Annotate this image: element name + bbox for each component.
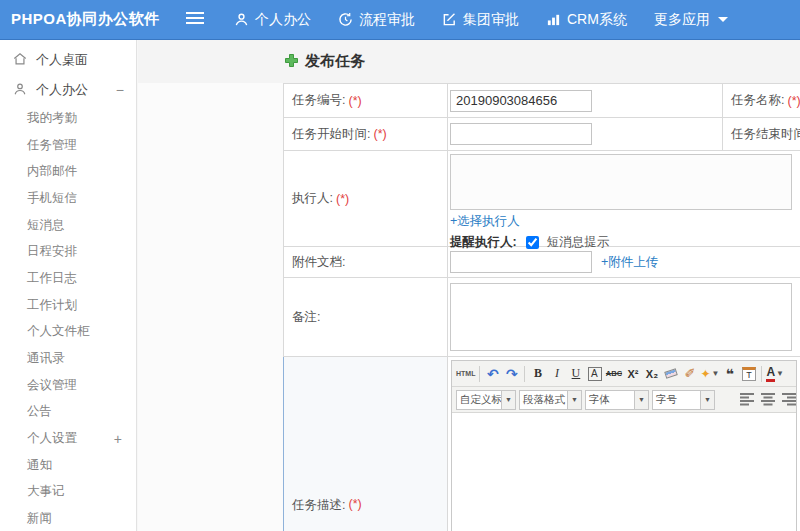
sidebar-item-label: 新闻 bbox=[27, 510, 52, 527]
page-title-band: 发布任务 bbox=[138, 40, 800, 83]
sidebar-item-label: 内部邮件 bbox=[27, 163, 77, 180]
paragraph-format-select[interactable]: 段落格式 ▼ bbox=[519, 390, 582, 410]
toolbar-separator bbox=[479, 366, 480, 382]
nav-more-apps[interactable]: 更多应用 bbox=[654, 11, 728, 29]
font-box-icon[interactable]: A bbox=[588, 367, 602, 381]
top-navigation: 个人办公 流程审批 集团审批 CRM系统 更多应用 bbox=[234, 11, 755, 29]
sidebar-item-label: 工作计划 bbox=[27, 297, 77, 314]
sidebar-item-short-message[interactable]: 短消息 bbox=[0, 212, 136, 239]
sidebar-item-personal-files[interactable]: 个人文件柜 bbox=[0, 319, 136, 346]
sidebar-item-work-log[interactable]: 工作日志 bbox=[0, 265, 136, 292]
start-time-cell bbox=[448, 118, 723, 150]
sidebar-item-news[interactable]: 新闻 bbox=[0, 505, 136, 531]
task-no-input[interactable] bbox=[450, 90, 592, 112]
sidebar-item-mobile-sms[interactable]: 手机短信 bbox=[0, 185, 136, 212]
attachment-input[interactable] bbox=[450, 251, 592, 273]
align-left-icon[interactable] bbox=[740, 393, 755, 406]
sidebar-group-personal-office[interactable]: 个人办公 − bbox=[0, 75, 136, 105]
paste-text-button[interactable]: T bbox=[739, 364, 758, 384]
sidebar-item-label: 通知 bbox=[27, 457, 52, 474]
undo-icon[interactable]: ↶ bbox=[483, 364, 502, 384]
sidebar-item-internal-mail[interactable]: 内部邮件 bbox=[0, 158, 136, 185]
home-icon bbox=[13, 52, 27, 69]
remark-textarea[interactable] bbox=[450, 283, 792, 351]
main-content: 发布任务 任务编号:(*) 任务名称:(*) 任务开始时间:(*) bbox=[138, 40, 800, 531]
task-no-label: 任务编号:(*) bbox=[284, 84, 448, 117]
hamburger-icon bbox=[186, 11, 204, 28]
redo-icon[interactable]: ↷ bbox=[502, 364, 521, 384]
sidebar-item-label: 个人桌面 bbox=[36, 51, 88, 69]
html-source-button[interactable]: HTML bbox=[455, 364, 476, 384]
sidebar-item-memorabilia[interactable]: 大事记 bbox=[0, 479, 136, 506]
sidebar-item-label: 工作日志 bbox=[27, 270, 77, 287]
start-time-input[interactable] bbox=[450, 123, 592, 145]
quick-format-button[interactable]: ✦▼ bbox=[699, 364, 720, 384]
required-mark: (*) bbox=[348, 497, 361, 511]
sidebar-item-my-attendance[interactable]: 我的考勤 bbox=[0, 105, 136, 132]
field-label: 任务描述: bbox=[292, 497, 345, 514]
font-family-select[interactable]: 字体 ▼ bbox=[585, 390, 649, 410]
sidebar-item-schedule[interactable]: 日程安排 bbox=[0, 238, 136, 265]
field-label: 任务结束时间: bbox=[731, 126, 800, 143]
app-logo: PHPOA协同办公软件 bbox=[0, 10, 172, 29]
collapse-minus-icon[interactable]: − bbox=[116, 82, 124, 98]
user-icon bbox=[234, 12, 249, 27]
description-cell: HTML ↶ ↷ B I U A ABC X² X₂ ✐ bbox=[448, 357, 800, 531]
chevron-down-icon: ▼ bbox=[634, 391, 648, 409]
sidebar-item-personal-desktop[interactable]: 个人桌面 bbox=[0, 45, 136, 75]
sidebar-group-label: 个人办公 bbox=[36, 81, 88, 99]
eraser-button[interactable] bbox=[661, 364, 680, 384]
executor-cell: +选择执行人 提醒执行人: 短消息提示 bbox=[448, 151, 800, 246]
format-brush-icon[interactable]: ✐ bbox=[680, 364, 699, 384]
bold-icon[interactable]: B bbox=[528, 364, 547, 384]
form-row-remark: 备注: bbox=[284, 278, 800, 357]
start-time-label: 任务开始时间:(*) bbox=[284, 118, 448, 150]
executor-label: 执行人:(*) bbox=[284, 151, 448, 246]
nav-crm-system[interactable]: CRM系统 bbox=[546, 11, 627, 29]
choose-executor-link[interactable]: +选择执行人 bbox=[450, 214, 520, 228]
alignment-buttons bbox=[740, 393, 796, 406]
font-color-button[interactable]: A▼ bbox=[765, 364, 785, 384]
align-center-icon[interactable] bbox=[761, 393, 776, 406]
sidebar-item-label: 个人设置 bbox=[27, 430, 77, 447]
sidebar-item-label: 手机短信 bbox=[27, 190, 77, 207]
sidebar-item-notification[interactable]: 通知 bbox=[0, 452, 136, 479]
font-size-select[interactable]: 字号 ▼ bbox=[652, 390, 715, 410]
editor-content-area[interactable] bbox=[452, 413, 796, 531]
sidebar-item-work-plan[interactable]: 工作计划 bbox=[0, 292, 136, 319]
chevron-down-icon: ▼ bbox=[700, 391, 714, 409]
form-row-description: 任务描述:(*) HTML ↶ ↷ B I U A ABC X² bbox=[283, 357, 800, 531]
page-title-text: 发布任务 bbox=[305, 52, 365, 71]
nav-group-approval[interactable]: 集团审批 bbox=[442, 11, 519, 29]
wand-icon: ✦ bbox=[700, 367, 710, 381]
description-label: 任务描述:(*) bbox=[284, 357, 448, 531]
executor-textarea[interactable] bbox=[450, 154, 792, 210]
attachment-upload-link[interactable]: +附件上传 bbox=[601, 254, 658, 271]
required-mark: (*) bbox=[373, 127, 386, 141]
menu-toggle-button[interactable] bbox=[186, 11, 204, 28]
sidebar-item-announcement[interactable]: 公告 bbox=[0, 399, 136, 426]
italic-icon[interactable]: I bbox=[547, 364, 566, 384]
font-color-icon: A bbox=[766, 366, 775, 382]
nav-process-approval[interactable]: 流程审批 bbox=[338, 11, 415, 29]
blockquote-icon[interactable]: ❝ bbox=[720, 364, 739, 384]
sidebar-item-meeting-management[interactable]: 会议管理 bbox=[0, 372, 136, 399]
nav-personal-office[interactable]: 个人办公 bbox=[234, 11, 311, 29]
form-row-task-no: 任务编号:(*) 任务名称:(*) bbox=[284, 84, 800, 118]
sidebar-item-personal-settings[interactable]: 个人设置+ bbox=[0, 425, 136, 452]
sidebar-item-label: 会议管理 bbox=[27, 377, 77, 394]
sidebar-item-contacts[interactable]: 通讯录 bbox=[0, 345, 136, 372]
sidebar-item-label: 个人文件柜 bbox=[27, 323, 90, 340]
sidebar-item-task-management[interactable]: 任务管理 bbox=[0, 132, 136, 159]
custom-title-select[interactable]: 自定义标题 ▼ bbox=[456, 390, 516, 410]
sidebar-item-label: 日程安排 bbox=[27, 243, 77, 260]
underline-icon[interactable]: U bbox=[566, 364, 585, 384]
strikethrough-icon[interactable]: ABC bbox=[604, 364, 623, 384]
nav-label: 流程审批 bbox=[359, 11, 415, 29]
align-right-icon[interactable] bbox=[782, 393, 796, 406]
subscript-icon[interactable]: X₂ bbox=[642, 364, 661, 384]
superscript-icon[interactable]: X² bbox=[623, 364, 642, 384]
bar-chart-icon bbox=[546, 12, 561, 27]
sidebar: 个人桌面 个人办公 − 我的考勤 任务管理 内部邮件 手机短信 短消息 日程安排… bbox=[0, 40, 137, 531]
expand-plus-icon[interactable]: + bbox=[114, 431, 122, 447]
